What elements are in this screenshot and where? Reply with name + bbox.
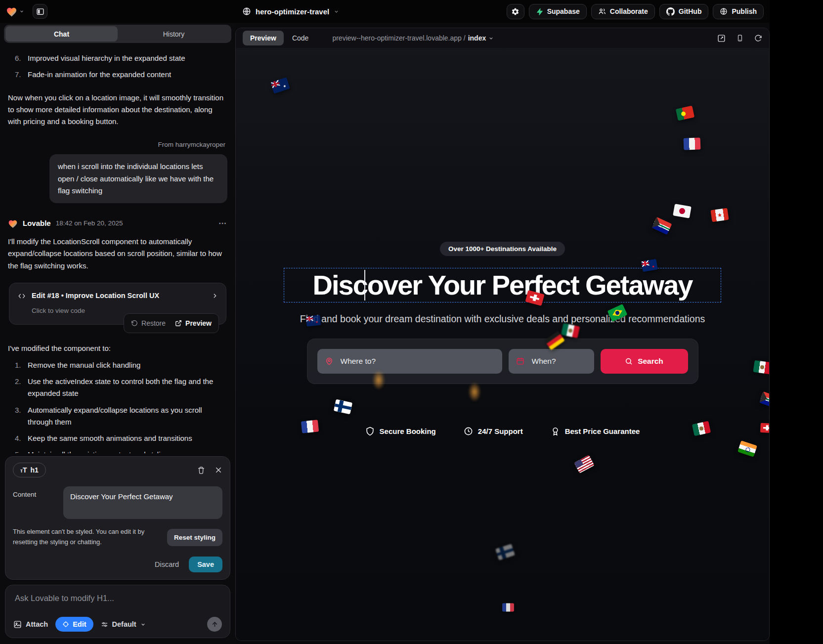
assistant-timestamp: 18:42 on Feb 20, 2025 bbox=[56, 218, 123, 229]
lovable-logo-menu[interactable] bbox=[6, 6, 24, 17]
destinations-badge: Over 1000+ Destinations Available bbox=[440, 242, 565, 256]
code-icon bbox=[17, 293, 26, 300]
save-button[interactable]: Save bbox=[189, 557, 222, 572]
search-button-label: Search bbox=[638, 357, 663, 366]
preview-pane: Preview Code preview--hero-optimizer-tra… bbox=[235, 28, 770, 641]
when-input-wrap bbox=[509, 349, 594, 374]
close-icon[interactable] bbox=[215, 466, 222, 474]
discard-button[interactable]: Discard bbox=[155, 560, 179, 568]
hero-title[interactable]: Discover Your Perfect Getaway bbox=[313, 269, 693, 301]
message-menu-button[interactable]: ⋯ bbox=[218, 217, 227, 230]
edit-version-card[interactable]: Edit #18 • Improve Location Scroll UX Cl… bbox=[9, 283, 226, 325]
list-item: 2.Use the activeIndex state to control b… bbox=[15, 376, 227, 400]
project-switcher[interactable]: hero-optimizer-travel bbox=[242, 7, 339, 16]
sidebar-tabs: Chat History bbox=[4, 25, 231, 43]
element-editor-panel: тT h1 Content Discover Your Perfect Geta… bbox=[5, 456, 230, 580]
tab-code[interactable]: Code bbox=[292, 34, 308, 42]
feature-row: Secure Booking 24/7 Support Best Price G… bbox=[365, 427, 640, 436]
assistant-header: Lovable 18:42 on Feb 20, 2025 ⋯ bbox=[8, 217, 227, 230]
restore-button[interactable]: Restore bbox=[131, 318, 166, 329]
collaborate-button[interactable]: Collaborate bbox=[591, 4, 655, 19]
restore-preview-pill: Restore Preview bbox=[124, 313, 219, 334]
collaborate-label: Collaborate bbox=[610, 7, 648, 15]
reset-styling-button[interactable]: Reset styling bbox=[167, 529, 222, 546]
h1-selection-box[interactable]: Discover Your Perfect Getaway bbox=[284, 268, 721, 302]
top-bar: hero-optimizer-travel Supabase bbox=[0, 0, 770, 23]
chat-scroll-area[interactable]: 6.Improved visual hierarchy in the expan… bbox=[0, 47, 235, 453]
github-button[interactable]: GitHub bbox=[659, 4, 709, 19]
publish-label: Publish bbox=[732, 7, 757, 15]
github-label: GitHub bbox=[679, 7, 702, 15]
feature-best-price: Best Price Guarantee bbox=[551, 427, 640, 436]
supabase-label: Supabase bbox=[547, 7, 580, 15]
rotate-ccw-icon bbox=[131, 320, 138, 327]
award-icon bbox=[551, 427, 560, 436]
edit-card-title: Edit #18 • Improve Location Scroll UX bbox=[32, 290, 159, 301]
chat-composer: Ask Lovable to modify H1... Attach Edit bbox=[5, 585, 230, 638]
send-button[interactable] bbox=[207, 617, 222, 632]
text-caret bbox=[364, 270, 365, 301]
project-name: hero-optimizer-travel bbox=[256, 7, 329, 16]
refresh-icon[interactable] bbox=[754, 34, 762, 42]
styling-note: This element can't be styled. You can ed… bbox=[13, 527, 160, 548]
panel-left-icon bbox=[36, 7, 44, 16]
where-input[interactable] bbox=[317, 357, 502, 366]
trash-icon[interactable] bbox=[197, 466, 205, 474]
chevron-down-icon bbox=[488, 36, 494, 41]
chevron-down-icon bbox=[334, 9, 339, 14]
default-mode-selector[interactable]: Default bbox=[101, 620, 146, 628]
numbered-list-bottom: 1.Remove the manual click handling2.Use … bbox=[8, 359, 227, 454]
tab-history[interactable]: History bbox=[118, 26, 230, 42]
lovable-app-window: hero-optimizer-travel Supabase bbox=[0, 0, 770, 644]
preview-viewport: Over 1000+ Destinations Available Discov… bbox=[236, 48, 769, 641]
default-mode-label: Default bbox=[112, 620, 136, 628]
sliders-icon bbox=[101, 621, 108, 628]
list-item: 6.Improved visual hierarchy in the expan… bbox=[15, 52, 227, 64]
users-icon bbox=[598, 7, 606, 15]
url-host: preview--hero-optimizer-travel.lovable.a… bbox=[332, 34, 465, 42]
feature-support: 24/7 Support bbox=[464, 427, 523, 436]
settings-button[interactable] bbox=[507, 4, 524, 19]
preview-version-label: Preview bbox=[185, 318, 212, 329]
from-label: From harrymckayroper bbox=[10, 139, 225, 150]
composer-input[interactable]: Ask Lovable to modify H1... bbox=[12, 594, 223, 617]
attach-label: Attach bbox=[26, 620, 48, 628]
clock-icon bbox=[464, 427, 473, 436]
arrow-up-icon bbox=[211, 621, 218, 628]
search-icon bbox=[625, 357, 633, 365]
map-pin-icon bbox=[325, 357, 334, 366]
calendar-icon bbox=[516, 357, 524, 365]
publish-button[interactable]: Publish bbox=[713, 4, 764, 19]
attach-button[interactable]: Attach bbox=[13, 620, 48, 629]
tab-preview[interactable]: Preview bbox=[243, 31, 284, 45]
list-item: 4.Keep the same smooth animations and tr… bbox=[15, 432, 227, 444]
mobile-view-icon[interactable] bbox=[736, 34, 743, 43]
hero-section: Over 1000+ Destinations Available Discov… bbox=[236, 48, 769, 641]
open-in-new-tab-icon[interactable] bbox=[717, 34, 726, 43]
crosshair-icon bbox=[62, 621, 69, 628]
chevron-right-icon bbox=[212, 293, 218, 299]
url-path: index bbox=[468, 34, 486, 42]
assistant-paragraph: Now when you click on a location image, … bbox=[8, 92, 227, 128]
sidebar-toggle-button[interactable] bbox=[33, 4, 47, 19]
gear-icon bbox=[511, 7, 520, 16]
edit-mode-pill[interactable]: Edit bbox=[55, 617, 93, 632]
element-tag-badge: тT h1 bbox=[13, 463, 46, 477]
feature-secure-booking: Secure Booking bbox=[365, 427, 436, 436]
supabase-button[interactable]: Supabase bbox=[529, 4, 587, 19]
preview-url[interactable]: preview--hero-optimizer-travel.lovable.a… bbox=[332, 34, 494, 42]
where-input-wrap bbox=[317, 349, 502, 374]
content-textarea[interactable]: Discover Your Perfect Getaway bbox=[63, 486, 222, 519]
chat-sidebar: Chat History 6.Improved visual hierarchy… bbox=[0, 23, 235, 644]
list-item: 3.Automatically expand/collapse location… bbox=[15, 404, 227, 429]
list-item: 7.Fade-in animation for the expanded con… bbox=[15, 69, 227, 81]
globe-icon bbox=[720, 7, 728, 15]
list-item: 5.Maintain all the existing content and … bbox=[15, 449, 227, 453]
shield-icon bbox=[365, 427, 375, 436]
assistant-paragraph: I'll modify the LocationScroll component… bbox=[8, 236, 227, 272]
search-button[interactable]: Search bbox=[601, 349, 688, 374]
tab-chat[interactable]: Chat bbox=[5, 26, 118, 42]
user-message-bubble: when i scroll into the individual locati… bbox=[49, 154, 227, 203]
preview-version-button[interactable]: Preview bbox=[175, 318, 212, 329]
edit-mode-label: Edit bbox=[73, 620, 86, 628]
